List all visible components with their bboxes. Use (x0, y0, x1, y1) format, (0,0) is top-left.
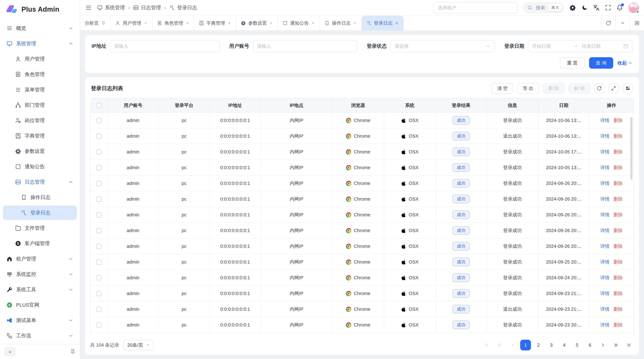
date-range-picker[interactable]: 开始日期 结束日期 (528, 40, 632, 52)
hamburger-menu-icon[interactable] (85, 4, 92, 11)
refresh-list-icon[interactable] (594, 83, 605, 94)
row-checkbox[interactable] (96, 228, 102, 233)
reset-button[interactable]: 重 置 (560, 57, 585, 69)
sidebar-item-2[interactable]: 用户管理 (3, 52, 77, 66)
maximize-panel-icon[interactable] (630, 16, 644, 30)
jump-forward-icon[interactable] (610, 340, 621, 351)
row-checkbox[interactable] (96, 196, 102, 202)
delete-link[interactable]: 删除 (614, 196, 623, 202)
delete-link[interactable]: 删除 (614, 181, 623, 186)
sidebar-item-19[interactable]: 测试菜单 (3, 313, 77, 328)
user-avatar[interactable] (628, 2, 639, 13)
page-size-select[interactable]: 20条/页 ▼ (124, 340, 154, 351)
detail-link[interactable]: 详情 (600, 291, 610, 296)
row-checkbox[interactable] (96, 212, 102, 218)
delete-link[interactable]: 删除 (614, 275, 623, 280)
detail-link[interactable]: 详情 (600, 196, 610, 202)
delete-link[interactable]: 删除 (614, 212, 623, 217)
delete-link[interactable]: 删除 (614, 322, 623, 328)
tab-5[interactable]: 通知公告 (278, 16, 320, 30)
row-checkbox[interactable] (96, 181, 102, 186)
delete-link[interactable]: 删除 (614, 118, 623, 123)
close-icon[interactable] (228, 21, 231, 25)
row-checkbox[interactable] (96, 291, 102, 296)
page-number-3[interactable]: 3 (546, 340, 557, 351)
tab-1[interactable]: 用户管理 (110, 16, 152, 30)
global-search[interactable]: 搜索 ⌘ K (523, 2, 564, 13)
sidebar-item-7[interactable]: 字典管理 (3, 129, 77, 143)
sidebar-item-6[interactable]: 岗位管理 (3, 113, 77, 128)
toolbar-button-0[interactable]: 清 空 (492, 83, 514, 94)
detail-link[interactable]: 详情 (600, 228, 610, 233)
sidebar-item-10[interactable]: DEV日志管理 (3, 175, 77, 189)
detail-link[interactable]: 详情 (600, 212, 610, 217)
sidebar-item-15[interactable]: 租户管理 (3, 252, 77, 266)
delete-link[interactable]: 删除 (614, 244, 623, 249)
breadcrumb-item-2[interactable]: 登录日志 (169, 4, 197, 11)
next-page-icon[interactable] (598, 340, 608, 351)
status-select[interactable]: 请选择 (390, 40, 495, 52)
tenant-select-input[interactable] (434, 2, 518, 13)
breadcrumb-item-1[interactable]: DEV日志管理 (133, 4, 161, 11)
prev-page-icon[interactable] (507, 340, 518, 351)
row-checkbox[interactable] (96, 165, 102, 170)
sidebar-item-14[interactable]: 客户端管理 (3, 236, 77, 251)
page-number-4[interactable]: 4 (559, 340, 570, 351)
settings-gear-icon[interactable] (569, 4, 576, 11)
page-number-1[interactable]: 1 (520, 340, 531, 351)
tab-3[interactable]: 字典管理 (194, 16, 236, 30)
expand-table-icon[interactable] (608, 83, 619, 94)
sidebar-collapse-button[interactable]: « (4, 347, 16, 356)
sidebar-item-18[interactable]: PLUS官网 (3, 298, 77, 312)
delete-link[interactable]: 删除 (614, 307, 623, 312)
row-checkbox[interactable] (96, 259, 102, 265)
last-page-icon[interactable] (623, 340, 634, 351)
tab-menu-chevron-icon[interactable] (616, 16, 630, 30)
delete-link[interactable]: 删除 (614, 228, 623, 233)
ip-input[interactable] (110, 40, 220, 52)
delete-link[interactable]: 删除 (614, 149, 623, 154)
detail-link[interactable]: 详情 (600, 118, 610, 123)
sidebar-item-1[interactable]: 系统管理 (3, 36, 77, 51)
detail-link[interactable]: 详情 (600, 149, 610, 154)
sidebar-item-17[interactable]: 系统工具 (3, 283, 77, 297)
sidebar-pin-icon[interactable] (70, 349, 76, 354)
detail-link[interactable]: 详情 (600, 307, 610, 312)
row-checkbox[interactable] (96, 244, 102, 249)
row-checkbox[interactable] (96, 307, 102, 312)
sidebar-item-13[interactable]: 文件管理 (3, 221, 77, 235)
sidebar-item-8[interactable]: 参数设置 (3, 144, 77, 158)
account-input[interactable] (253, 40, 358, 52)
dark-mode-moon-icon[interactable] (582, 4, 588, 11)
tab-4[interactable]: 参数设置 (236, 16, 278, 30)
page-number-2[interactable]: 2 (533, 340, 544, 351)
sidebar-item-3[interactable]: 角色管理 (3, 67, 77, 81)
query-button[interactable]: 查 询 (589, 57, 613, 69)
sidebar-item-9[interactable]: 通知公告 (3, 159, 77, 174)
tab-7[interactable]: 登录日志 (362, 16, 404, 30)
language-translate-icon[interactable] (593, 4, 600, 11)
detail-link[interactable]: 详情 (600, 181, 610, 186)
delete-link[interactable]: 删除 (614, 291, 623, 296)
detail-link[interactable]: 详情 (600, 244, 610, 249)
detail-link[interactable]: 详情 (600, 322, 610, 328)
page-number-6[interactable]: 6 (584, 340, 595, 351)
select-all-checkbox[interactable] (96, 103, 102, 108)
close-icon[interactable] (270, 21, 273, 25)
close-icon[interactable] (144, 21, 148, 25)
close-icon[interactable] (311, 21, 315, 25)
tab-6[interactable]: 操作日志 (320, 16, 362, 30)
delete-link[interactable]: 删除 (614, 133, 623, 139)
sidebar-item-5[interactable]: 部门管理 (3, 98, 77, 112)
first-page-icon[interactable] (482, 340, 492, 351)
detail-link[interactable]: 详情 (600, 275, 610, 280)
close-icon[interactable] (186, 21, 189, 25)
column-settings-icon[interactable] (622, 83, 633, 94)
sidebar-item-0[interactable]: 概览 (3, 21, 77, 35)
fullscreen-icon[interactable] (605, 5, 611, 11)
pin-icon[interactable] (101, 21, 106, 25)
detail-link[interactable]: 详情 (600, 133, 610, 139)
collapse-filter-link[interactable]: 收起 (618, 60, 632, 66)
refresh-tab-icon[interactable] (601, 16, 616, 30)
breadcrumb-item-0[interactable]: 系统管理 (97, 4, 125, 11)
